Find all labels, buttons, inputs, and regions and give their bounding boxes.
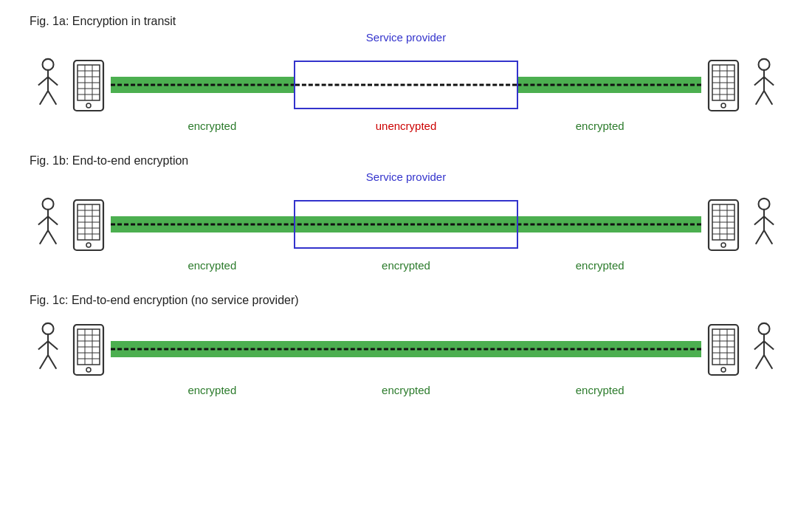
fig1a-sp-box [294, 61, 518, 109]
fig1c-diagram: encrypted encrypted encrypted [30, 310, 782, 396]
fig1b-labels: encrypted encrypted encrypted [30, 259, 782, 272]
svg-line-29 [764, 77, 774, 85]
fig1a-title: Fig. 1a: Encryption in transit [30, 15, 782, 28]
svg-line-2 [38, 77, 47, 85]
fig1c-dotted [111, 348, 701, 351]
fig1b-sp-box [294, 200, 518, 249]
figure-1c: Fig. 1c: End-to-end encryption (no servi… [30, 294, 782, 396]
svg-point-58 [758, 198, 769, 209]
fig1b-label-mid: encrypted [309, 259, 503, 272]
fig1b-phone-left [71, 199, 106, 250]
svg-line-36 [39, 230, 47, 244]
svg-line-4 [39, 91, 47, 105]
svg-point-0 [42, 58, 53, 69]
svg-line-95 [764, 355, 772, 369]
svg-line-3 [48, 77, 58, 85]
fig1c-phone-left [71, 323, 106, 375]
fig1a-phone-left [71, 59, 106, 111]
fig1a-label-mid: unencrypted [309, 120, 503, 132]
figure-1a: Fig. 1a: Encryption in transit Service p… [30, 15, 782, 132]
svg-point-89 [721, 368, 726, 372]
fig1a-track [111, 59, 701, 111]
fig1b-label-left: encrypted [115, 259, 309, 272]
fig1b-diagram: Service provider [30, 170, 782, 272]
svg-point-32 [42, 198, 53, 209]
svg-line-63 [764, 230, 772, 244]
fig1c-row [30, 316, 782, 382]
page: Fig. 1a: Encryption in transit Service p… [0, 0, 812, 527]
svg-line-93 [764, 341, 774, 349]
svg-line-66 [38, 341, 47, 349]
svg-line-34 [38, 216, 47, 224]
svg-line-5 [48, 91, 56, 105]
fig1b-track [111, 199, 701, 250]
svg-line-69 [48, 355, 56, 369]
fig1b-title: Fig. 1b: End-to-end encryption [30, 154, 782, 168]
figure-1b: Fig. 1b: End-to-end encryption Service p… [30, 154, 782, 272]
svg-line-92 [754, 341, 763, 349]
fig1c-labels: encrypted encrypted encrypted [30, 384, 782, 396]
fig1a-dotted-inner [295, 84, 517, 86]
fig1b-person-right [746, 197, 782, 252]
fig1a-phone-right [706, 59, 741, 111]
fig1c-label-mid: encrypted [309, 384, 503, 396]
svg-line-28 [754, 77, 763, 85]
svg-point-90 [758, 323, 769, 334]
fig1b-phone-right [706, 199, 741, 250]
svg-point-57 [721, 243, 726, 247]
fig1c-title: Fig. 1c: End-to-end encryption (no servi… [30, 294, 782, 307]
svg-line-62 [755, 230, 763, 244]
fig1b-row [30, 191, 782, 258]
svg-line-94 [755, 355, 763, 369]
fig1a-label-right: encrypted [503, 120, 697, 132]
svg-line-31 [764, 91, 772, 105]
fig1a-label-left: encrypted [115, 120, 309, 132]
fig1c-track [111, 323, 701, 375]
fig1c-person-right [746, 322, 782, 377]
svg-point-15 [86, 103, 91, 108]
fig1a-person-left [30, 58, 66, 113]
svg-line-30 [755, 91, 763, 105]
fig1a-sp-label: Service provider [366, 31, 446, 44]
svg-line-60 [754, 216, 763, 224]
fig1a-person-right [746, 58, 782, 113]
fig1a-diagram: Service provider [30, 31, 782, 132]
svg-point-64 [42, 323, 53, 334]
fig1a-labels: encrypted unencrypted encrypted [30, 120, 782, 132]
svg-point-47 [86, 243, 91, 247]
svg-point-25 [721, 103, 726, 108]
svg-line-61 [764, 216, 774, 224]
fig1a-row [30, 52, 782, 118]
fig1c-phone-right [706, 323, 741, 375]
fig1c-label-left: encrypted [115, 384, 309, 396]
fig1c-person-left [30, 322, 66, 377]
svg-line-35 [48, 216, 58, 224]
svg-line-68 [39, 355, 47, 369]
fig1b-sp-label: Service provider [366, 170, 446, 183]
svg-point-26 [758, 58, 769, 69]
fig1c-label-right: encrypted [503, 384, 697, 396]
fig1b-person-left [30, 197, 66, 252]
fig1b-label-right: encrypted [503, 259, 697, 272]
svg-line-37 [48, 230, 56, 244]
svg-point-79 [86, 368, 91, 372]
svg-line-67 [48, 341, 58, 349]
